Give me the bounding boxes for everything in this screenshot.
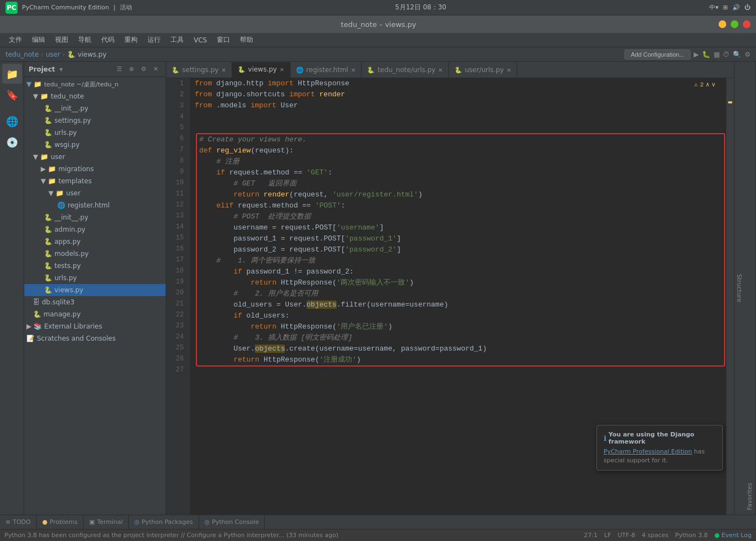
tree-admin[interactable]: 🐍 admin.py [24,223,166,236]
tree-html-label: register.html [68,201,109,209]
tab-views-close[interactable]: ✕ [280,67,284,73]
hide-panel-icon[interactable]: ✕ [150,64,161,75]
tree-apps[interactable]: 🐍 apps.py [24,236,166,248]
tree-urls-py[interactable]: 🐍 urls.py [24,127,166,139]
tab-register-close[interactable]: ✕ [351,67,355,73]
tree-manage[interactable]: 🐍 manage.py [24,308,166,320]
tree-file-label: __init__.py [54,105,89,112]
tree-templates[interactable]: ▼ 📁 templates [24,175,166,187]
tab-views-icon: 🐍 [238,66,245,73]
tree-user-urls[interactable]: 🐍 urls.py [24,272,166,284]
warning-down[interactable]: ∨ [711,79,715,90]
menu-file[interactable]: 文件 [4,34,26,46]
chrome-icon[interactable]: 🌐 [2,111,22,131]
collapse-all-icon[interactable]: ☰ [114,64,125,75]
tree-views[interactable]: 🐍 views.py [24,284,166,296]
tree-wsgi-py[interactable]: 🐍 wsgi.py [24,139,166,151]
status-event-log[interactable]: ● Event Log [714,532,752,539]
breadcrumb-module[interactable]: user [46,51,60,58]
django-notif-link[interactable]: PyCharm Professional Edition [604,448,692,455]
tree-templates-label: templates [58,177,91,185]
maximize-button[interactable] [731,20,738,28]
tree-scratches[interactable]: 📝 Scratches and Consoles [24,332,166,345]
tree-tedu-note[interactable]: ▼ 📁 tedu_note [24,90,166,102]
file-tree: ▼ 📁 tedu_note ~/桌面/tedu_n ▼ 📁 tedu_note … [24,77,166,515]
line-num-23: 23 [166,320,187,331]
code-line-17: # 1. 两个密码要保持一致 [199,255,722,266]
tree-ext-chevron: ▶ [26,323,31,330]
tree-migrations[interactable]: ▶ 📁 migrations [24,163,166,175]
line-num-2: 2 [166,89,187,100]
bottom-tab-python-console[interactable]: ◎ Python Console [199,515,265,529]
activities-label[interactable]: 活动 [120,3,132,12]
minimize-button[interactable] [719,20,726,28]
close-button[interactable] [743,20,750,28]
tree-models[interactable]: 🐍 models.py [24,248,166,260]
input-method[interactable]: 中▾ [709,3,719,12]
line-num-17: 17 [166,254,187,265]
tab-views[interactable]: 🐍 views.py ✕ [232,62,291,78]
tree-tests-icon: 🐍 [44,262,52,270]
settings-icon[interactable]: ⚙ [744,51,750,58]
tab-register[interactable]: 🌐 register.html ✕ [291,62,362,78]
tab-user-urls-close[interactable]: ✕ [507,67,511,73]
bottom-tab-todo[interactable]: ≡ TODO [0,515,37,529]
tab-settings[interactable]: 🐍 settings.py ✕ [166,62,232,78]
panel-dropdown-icon[interactable]: ▾ [59,65,63,73]
status-right: 27:1 LF UTF-8 4 spaces Python 3.8 ● Even… [584,532,752,539]
tree-settings-py[interactable]: 🐍 settings.py [24,114,166,127]
run-icon[interactable]: ▶ [694,51,699,58]
tree-user-sub[interactable]: ▼ 📁 user [24,187,166,199]
tree-root[interactable]: ▼ 📁 tedu_note ~/桌面/tedu_n [24,78,166,90]
menu-code[interactable]: 代码 [97,34,119,46]
tab-settings-close[interactable]: ✕ [221,67,226,73]
menu-refactor[interactable]: 重构 [120,34,142,46]
bottom-tab-python-packages[interactable]: ◎ Python Packages [129,515,199,529]
window-controls[interactable] [719,20,750,28]
title-bar: tedu_note – views.py [0,15,756,33]
tab-tedu-urls[interactable]: 🐍 tedu_note/urls.py ✕ [361,62,448,78]
menu-view[interactable]: 视图 [51,34,73,46]
menu-edit[interactable]: 编辑 [28,34,50,46]
line-num-25: 25 [166,342,187,353]
locate-icon[interactable]: ⊕ [126,64,137,75]
project-view-icon[interactable]: 📁 [2,64,22,84]
search-icon[interactable]: 🔍 [733,51,741,58]
code-line-26: return HttpResponse('注册成功') [199,354,722,365]
tree-py-icon4: 🐍 [44,141,52,149]
selection-box: # Create your views here. def reg_view(r… [196,133,725,367]
add-config-button[interactable]: Add Configuration... [624,50,690,59]
tab-tedu-urls-close[interactable]: ✕ [438,67,442,73]
dvd-icon[interactable]: 💿 [2,132,22,152]
gear-icon[interactable]: ⚙ [138,64,149,75]
warning-up[interactable]: ∧ [706,79,710,90]
structure-sidebar[interactable]: Structure [734,62,744,515]
tree-user-init[interactable]: 🐍 __init__.py [24,211,166,223]
code-line-10: # GET 返回界面 [199,178,722,189]
tree-external-libs[interactable]: ▶ 📚 External Libraries [24,320,166,332]
menu-vcs[interactable]: VCS [189,35,211,45]
info-icon: ℹ [604,434,606,442]
breadcrumb-project[interactable]: tedu_note [6,51,39,58]
tree-tests[interactable]: 🐍 tests.py [24,260,166,272]
tree-db[interactable]: 🗄 db.sqlite3 [24,296,166,308]
debug-icon[interactable]: 🐛 [702,51,710,58]
menu-navigate[interactable]: 导航 [74,34,96,46]
menu-run[interactable]: 运行 [143,34,165,46]
coverage-icon[interactable]: ▦ [714,51,720,58]
tree-models-label: models.py [54,250,89,258]
tree-register-html[interactable]: 🌐 register.html [24,199,166,211]
bottom-tab-terminal[interactable]: ▣ Terminal [84,515,129,529]
menu-help[interactable]: 帮助 [235,34,258,46]
favorites-tab[interactable]: Favorites [744,62,756,515]
tree-user-dir[interactable]: ▼ 📁 user [24,151,166,163]
profile-icon[interactable]: ⏱ [723,51,730,58]
bookmarks-icon[interactable]: 🔖 [2,85,22,105]
tree-init-py[interactable]: 🐍 __init__.py [24,102,166,114]
status-message: Python 3.8 has been configured as the pr… [4,532,338,539]
django-notif-title: ℹ You are using the Django framework [604,431,716,445]
menu-window[interactable]: 窗口 [212,34,234,46]
tab-user-urls[interactable]: 🐍 user/urls.py ✕ [449,62,517,78]
bottom-tab-problems[interactable]: ● Problems [37,515,84,529]
menu-tools[interactable]: 工具 [166,34,188,46]
